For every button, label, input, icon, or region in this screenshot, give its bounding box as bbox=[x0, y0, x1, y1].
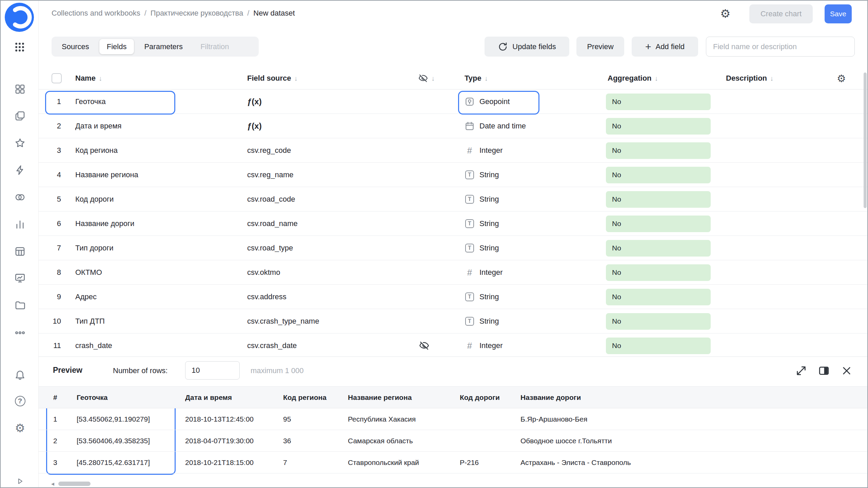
tab-sources[interactable]: Sources bbox=[54, 39, 97, 54]
columns-settings-gear-icon[interactable]: ⚙ bbox=[837, 67, 846, 89]
field-search-input[interactable] bbox=[706, 37, 855, 57]
tab-filtration[interactable]: Filtration bbox=[193, 39, 236, 54]
split-panel-icon[interactable] bbox=[817, 364, 830, 377]
aggregation-select[interactable]: No bbox=[606, 118, 711, 135]
table-row[interactable]: 10 Тип ДТП csv.crash_type_name T String … bbox=[39, 309, 868, 333]
create-chart-button[interactable]: Create chart bbox=[749, 4, 813, 23]
sort-arrow-icon[interactable]: ↓ bbox=[99, 75, 102, 82]
add-field-button[interactable]: + Add field bbox=[632, 37, 698, 57]
field-type[interactable]: T String bbox=[465, 309, 499, 333]
row-number: 11 bbox=[46, 333, 61, 357]
table-row[interactable]: 6 Название дороги csv.road_name T String… bbox=[39, 211, 868, 236]
aggregation-select[interactable]: No bbox=[606, 167, 711, 183]
aggregation-select[interactable]: No bbox=[606, 142, 711, 159]
field-name[interactable]: crash_date bbox=[75, 333, 112, 357]
column-header-aggregation[interactable]: Aggregation↓ bbox=[608, 67, 658, 89]
tab-parameters[interactable]: Parameters bbox=[137, 39, 190, 54]
column-header-name[interactable]: Name↓ bbox=[75, 67, 102, 89]
row-number: 10 bbox=[46, 309, 61, 333]
settings-gear-icon[interactable]: ⚙ bbox=[14, 422, 26, 434]
datasets-table-icon[interactable] bbox=[14, 245, 26, 258]
expand-play-icon[interactable] bbox=[14, 475, 26, 487]
field-name[interactable]: Тип дороги bbox=[75, 236, 114, 260]
sort-arrow-icon[interactable]: ↓ bbox=[294, 75, 298, 82]
close-preview-icon[interactable] bbox=[840, 364, 853, 377]
field-name[interactable]: Название дороги bbox=[75, 211, 134, 236]
column-header-description[interactable]: Description↓ bbox=[726, 67, 773, 89]
field-type[interactable]: Geopoint bbox=[465, 89, 510, 114]
save-button[interactable]: Save bbox=[825, 4, 852, 23]
horizontal-scrollbar[interactable] bbox=[58, 482, 91, 486]
aggregation-select[interactable]: No bbox=[606, 94, 711, 110]
aggregation-select[interactable]: No bbox=[606, 191, 711, 208]
breadcrumb-item[interactable]: Collections and workbooks bbox=[52, 9, 140, 18]
field-type[interactable]: T String bbox=[465, 285, 499, 309]
sort-arrow-icon[interactable]: ↓ bbox=[770, 75, 773, 82]
field-type[interactable]: T String bbox=[465, 236, 499, 260]
field-type[interactable]: T String bbox=[465, 187, 499, 211]
rows-count-input[interactable] bbox=[185, 361, 240, 380]
layers-icon[interactable] bbox=[14, 110, 26, 122]
field-name[interactable]: Код региона bbox=[75, 138, 118, 163]
field-type[interactable]: # Integer bbox=[465, 333, 503, 357]
storage-folder-icon[interactable] bbox=[14, 299, 26, 311]
datalens-logo-icon[interactable] bbox=[5, 3, 34, 32]
dataset-settings-gear-icon[interactable]: ⚙ bbox=[720, 7, 730, 20]
select-all-checkbox[interactable] bbox=[52, 73, 62, 83]
aggregation-select[interactable]: No bbox=[606, 216, 711, 232]
spaces-icon[interactable] bbox=[14, 83, 26, 95]
linked-circles-icon[interactable] bbox=[14, 191, 26, 203]
table-row[interactable]: 2 Дата и время ƒ(x) Date and time No bbox=[39, 114, 868, 138]
field-name[interactable]: ОКТМО bbox=[75, 260, 102, 285]
field-name[interactable]: Адрес bbox=[75, 285, 97, 309]
field-source: ƒ(x) bbox=[247, 114, 262, 138]
table-row[interactable]: 9 Адрес csv.address T String No bbox=[39, 285, 868, 309]
hscroll-left-arrow-icon[interactable]: ◄ bbox=[50, 481, 55, 487]
table-row[interactable]: 4 Название региона csv.reg_name T String… bbox=[39, 163, 868, 187]
table-row[interactable]: 1 Геоточка ƒ(x) Geopoint No bbox=[39, 89, 868, 114]
editor-bolt-icon[interactable] bbox=[14, 164, 26, 176]
notifications-bell-icon[interactable] bbox=[14, 368, 26, 381]
table-row[interactable]: 8 ОКТМО csv.oktmo # Integer No bbox=[39, 260, 868, 285]
tab-fields[interactable]: Fields bbox=[99, 39, 134, 54]
field-name[interactable]: Геоточка bbox=[75, 89, 106, 114]
sort-arrow-icon[interactable]: ↓ bbox=[655, 75, 658, 82]
field-name[interactable]: Тип ДТП bbox=[75, 309, 105, 333]
update-fields-button[interactable]: Update fields bbox=[485, 37, 569, 57]
column-header-type[interactable]: Type↓ bbox=[465, 67, 488, 89]
more-icon[interactable] bbox=[14, 327, 26, 339]
help-icon[interactable]: ? bbox=[14, 395, 26, 407]
table-row[interactable]: 11 crash_date csv.crash_date # Integer N… bbox=[39, 333, 868, 357]
sort-arrow-icon[interactable]: ↓ bbox=[485, 75, 488, 82]
vertical-scrollbar[interactable] bbox=[864, 73, 867, 208]
field-type[interactable]: T String bbox=[465, 211, 499, 236]
field-name[interactable]: Название региона bbox=[75, 163, 138, 187]
aggregation-select[interactable]: No bbox=[606, 264, 711, 281]
field-name[interactable]: Дата и время bbox=[75, 114, 121, 138]
field-type[interactable]: # Integer bbox=[465, 260, 503, 285]
table-row[interactable]: 3 Код региона csv.reg_code # Integer No bbox=[39, 138, 868, 163]
monitoring-icon[interactable] bbox=[14, 272, 26, 284]
charts-icon[interactable] bbox=[14, 218, 26, 230]
column-header-hidden[interactable]: ↓ bbox=[418, 67, 435, 89]
apps-grid-icon[interactable] bbox=[14, 41, 25, 53]
breadcrumb-item[interactable]: Практические руководства bbox=[151, 9, 243, 18]
field-type[interactable]: T String bbox=[465, 163, 499, 187]
preview-cell: 1 bbox=[53, 408, 57, 430]
column-header-source[interactable]: Field source↓ bbox=[247, 67, 298, 89]
table-row[interactable]: 7 Тип дороги csv.road_type T String No bbox=[39, 236, 868, 260]
string-icon: T bbox=[465, 292, 475, 302]
field-type[interactable]: Date and time bbox=[465, 114, 526, 138]
preview-button[interactable]: Preview bbox=[576, 37, 624, 57]
aggregation-select[interactable]: No bbox=[606, 289, 711, 305]
table-row[interactable]: 5 Код дороги csv.road_code T String No bbox=[39, 187, 868, 211]
aggregation-select[interactable]: No bbox=[606, 338, 711, 354]
favorites-icon[interactable] bbox=[14, 137, 26, 149]
expand-preview-icon[interactable] bbox=[795, 364, 808, 377]
aggregation-select[interactable]: No bbox=[606, 313, 711, 330]
aggregation-select[interactable]: No bbox=[606, 240, 711, 257]
preview-cell: Ставропольский край bbox=[348, 452, 419, 473]
field-name[interactable]: Код дороги bbox=[75, 187, 114, 211]
sort-arrow-icon[interactable]: ↓ bbox=[431, 75, 435, 82]
field-type[interactable]: # Integer bbox=[465, 138, 503, 163]
